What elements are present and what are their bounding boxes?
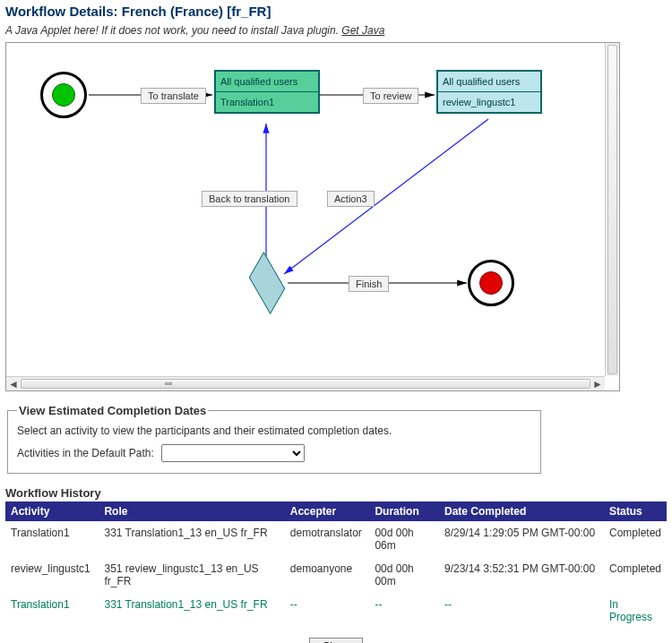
task-review-line2: review_lingustc1 [438,92,540,112]
start-node[interactable] [40,72,87,118]
decision-node[interactable] [249,252,285,314]
col-duration: Duration [369,502,439,521]
end-node[interactable] [468,260,514,306]
diagram-hscroll[interactable]: ◄ ► [6,376,605,390]
task-translation[interactable]: All qualified users Translation1 [214,70,320,114]
col-status: Status [604,502,667,521]
completion-label: Activities in the Default Path: [17,447,154,459]
col-date-completed: Date Completed [439,502,604,521]
table-row: review_lingustc1 351 review_lingustc1_13… [5,557,667,593]
task-translation-line1: All qualified users [216,72,318,92]
edge-back: Back to translation [202,191,297,207]
col-accepter: Accepter [285,502,370,521]
table-row: Translation1 331 Translation1_13 en_US f… [5,521,667,557]
edge-to-translate: To translate [141,88,206,104]
task-review-line1: All qualified users [438,72,540,92]
page-title: Workflow Details: French (France) [fr_FR… [5,4,667,19]
svg-line-2 [284,119,488,274]
applet-note-text: A Java Applet here! If it does not work,… [5,24,341,37]
hscroll-left-icon[interactable]: ◄ [6,377,21,391]
col-role: Role [99,502,284,521]
diagram-canvas[interactable]: All qualified users Translation1 All qua… [6,43,605,376]
applet-note: A Java Applet here! If it does not work,… [5,24,667,37]
table-row: Translation1 331 Translation1_13 en_US f… [5,593,667,629]
close-button[interactable]: Close [309,638,364,643]
completion-dates-panel: View Estimated Completion Dates Select a… [7,404,541,474]
diagram-vscroll[interactable] [605,43,619,376]
default-path-select[interactable] [161,444,305,462]
completion-text: Select an activity to view the participa… [17,424,531,437]
task-translation-line2: Translation1 [216,92,318,112]
completion-legend: View Estimated Completion Dates [17,404,208,417]
workflow-history-title: Workflow History [5,486,667,500]
workflow-diagram: All qualified users Translation1 All qua… [5,42,620,391]
edge-action3: Action3 [327,191,375,207]
get-java-link[interactable]: Get Java [341,24,384,37]
task-review[interactable]: All qualified users review_lingustc1 [436,70,542,114]
edge-to-review: To review [363,88,418,104]
edge-finish: Finish [349,276,389,292]
hscroll-right-icon[interactable]: ► [590,377,605,391]
col-activity: Activity [5,502,99,521]
workflow-history-table: Activity Role Accepter Duration Date Com… [5,502,667,629]
